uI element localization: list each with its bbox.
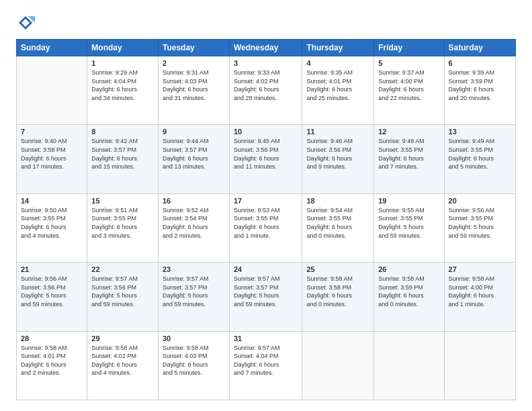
- day-cell: 29Sunrise: 9:58 AM Sunset: 4:02 PM Dayli…: [87, 331, 159, 400]
- week-row-2: 7Sunrise: 9:40 AM Sunset: 3:58 PM Daylig…: [17, 125, 516, 193]
- day-info: Sunrise: 9:58 AM Sunset: 3:59 PM Dayligh…: [378, 275, 439, 308]
- day-number: 3: [234, 59, 298, 67]
- day-number: 13: [449, 128, 511, 136]
- day-info: Sunrise: 9:55 AM Sunset: 3:55 PM Dayligh…: [378, 206, 439, 240]
- day-number: 19: [378, 197, 439, 205]
- day-number: 9: [163, 128, 225, 136]
- day-number: 28: [21, 334, 83, 342]
- day-number: 26: [378, 265, 439, 273]
- day-cell: 26Sunrise: 9:58 AM Sunset: 3:59 PM Dayli…: [374, 263, 444, 331]
- day-cell: [302, 331, 374, 400]
- day-cell: [374, 331, 444, 400]
- day-cell: 12Sunrise: 9:48 AM Sunset: 3:55 PM Dayli…: [374, 125, 444, 193]
- day-info: Sunrise: 9:45 AM Sunset: 3:56 PM Dayligh…: [234, 137, 298, 171]
- day-number: 1: [91, 59, 154, 67]
- weekday-header-monday: Monday: [87, 40, 159, 56]
- day-number: 7: [21, 128, 83, 136]
- day-info: Sunrise: 9:56 AM Sunset: 3:56 PM Dayligh…: [21, 275, 83, 308]
- day-info: Sunrise: 9:58 AM Sunset: 4:03 PM Dayligh…: [163, 344, 225, 377]
- week-row-3: 14Sunrise: 9:50 AM Sunset: 3:55 PM Dayli…: [17, 193, 516, 262]
- week-row-5: 28Sunrise: 9:58 AM Sunset: 4:01 PM Dayli…: [17, 331, 516, 400]
- day-number: 8: [91, 128, 154, 136]
- weekday-header-saturday: Saturday: [444, 40, 515, 56]
- day-cell: [444, 331, 515, 400]
- day-info: Sunrise: 9:58 AM Sunset: 4:02 PM Dayligh…: [91, 344, 154, 377]
- day-info: Sunrise: 9:39 AM Sunset: 3:59 PM Dayligh…: [449, 68, 511, 102]
- day-number: 24: [234, 265, 298, 273]
- day-info: Sunrise: 9:51 AM Sunset: 3:55 PM Dayligh…: [91, 206, 154, 240]
- logo: [16, 13, 38, 32]
- day-number: 10: [234, 128, 298, 136]
- day-cell: 22Sunrise: 9:57 AM Sunset: 3:56 PM Dayli…: [87, 263, 159, 331]
- day-cell: 16Sunrise: 9:52 AM Sunset: 3:54 PM Dayli…: [158, 193, 229, 262]
- day-info: Sunrise: 9:58 AM Sunset: 4:01 PM Dayligh…: [21, 344, 83, 377]
- day-info: Sunrise: 9:54 AM Sunset: 3:55 PM Dayligh…: [306, 206, 369, 240]
- day-info: Sunrise: 9:31 AM Sunset: 4:03 PM Dayligh…: [163, 68, 225, 102]
- day-info: Sunrise: 9:57 AM Sunset: 3:57 PM Dayligh…: [163, 275, 225, 308]
- day-info: Sunrise: 9:48 AM Sunset: 3:55 PM Dayligh…: [378, 137, 439, 171]
- day-cell: 4Sunrise: 9:35 AM Sunset: 4:01 PM Daylig…: [302, 56, 374, 125]
- day-info: Sunrise: 9:58 AM Sunset: 4:00 PM Dayligh…: [449, 275, 511, 308]
- weekday-header-thursday: Thursday: [302, 40, 374, 56]
- day-info: Sunrise: 9:29 AM Sunset: 4:04 PM Dayligh…: [91, 68, 154, 102]
- day-cell: 23Sunrise: 9:57 AM Sunset: 3:57 PM Dayli…: [158, 263, 229, 331]
- day-info: Sunrise: 9:58 AM Sunset: 3:58 PM Dayligh…: [306, 275, 369, 308]
- day-number: 23: [163, 265, 225, 273]
- day-info: Sunrise: 9:49 AM Sunset: 3:55 PM Dayligh…: [449, 137, 511, 171]
- day-number: 4: [306, 59, 369, 67]
- day-number: 30: [163, 334, 225, 342]
- day-number: 14: [21, 197, 83, 205]
- day-cell: 5Sunrise: 9:37 AM Sunset: 4:00 PM Daylig…: [374, 56, 444, 125]
- logo-icon: [16, 13, 35, 32]
- day-cell: 21Sunrise: 9:56 AM Sunset: 3:56 PM Dayli…: [17, 263, 87, 331]
- weekday-header-sunday: Sunday: [17, 40, 87, 56]
- day-cell: 9Sunrise: 9:44 AM Sunset: 3:57 PM Daylig…: [158, 125, 229, 193]
- day-cell: 19Sunrise: 9:55 AM Sunset: 3:55 PM Dayli…: [374, 193, 444, 262]
- day-info: Sunrise: 9:46 AM Sunset: 3:56 PM Dayligh…: [306, 137, 369, 171]
- day-number: 22: [91, 265, 154, 273]
- day-number: 2: [163, 59, 225, 67]
- week-row-1: 1Sunrise: 9:29 AM Sunset: 4:04 PM Daylig…: [17, 56, 516, 125]
- day-cell: 7Sunrise: 9:40 AM Sunset: 3:58 PM Daylig…: [17, 125, 87, 193]
- calendar: SundayMondayTuesdayWednesdayThursdayFrid…: [16, 39, 516, 400]
- weekday-header-wednesday: Wednesday: [229, 40, 302, 56]
- weekday-header-tuesday: Tuesday: [158, 40, 229, 56]
- day-cell: 28Sunrise: 9:58 AM Sunset: 4:01 PM Dayli…: [17, 331, 87, 400]
- day-number: 21: [21, 265, 83, 273]
- day-number: 15: [91, 197, 154, 205]
- day-info: Sunrise: 9:56 AM Sunset: 3:55 PM Dayligh…: [449, 206, 511, 240]
- day-info: Sunrise: 9:37 AM Sunset: 4:00 PM Dayligh…: [378, 68, 439, 102]
- day-number: 27: [449, 265, 511, 273]
- day-info: Sunrise: 9:52 AM Sunset: 3:54 PM Dayligh…: [163, 206, 225, 240]
- day-cell: 17Sunrise: 9:53 AM Sunset: 3:55 PM Dayli…: [229, 193, 302, 262]
- page: SundayMondayTuesdayWednesdayThursdayFrid…: [0, 0, 532, 411]
- day-cell: 15Sunrise: 9:51 AM Sunset: 3:55 PM Dayli…: [87, 193, 159, 262]
- day-cell: 10Sunrise: 9:45 AM Sunset: 3:56 PM Dayli…: [229, 125, 302, 193]
- day-cell: 1Sunrise: 9:29 AM Sunset: 4:04 PM Daylig…: [87, 56, 159, 125]
- day-cell: 24Sunrise: 9:57 AM Sunset: 3:57 PM Dayli…: [229, 263, 302, 331]
- day-info: Sunrise: 9:57 AM Sunset: 3:56 PM Dayligh…: [91, 275, 154, 308]
- day-cell: 31Sunrise: 9:57 AM Sunset: 4:04 PM Dayli…: [229, 331, 302, 400]
- day-info: Sunrise: 9:40 AM Sunset: 3:58 PM Dayligh…: [21, 137, 83, 171]
- day-info: Sunrise: 9:44 AM Sunset: 3:57 PM Dayligh…: [163, 137, 225, 171]
- day-number: 6: [449, 59, 511, 67]
- day-number: 20: [449, 197, 511, 205]
- header: [16, 13, 516, 32]
- day-info: Sunrise: 9:35 AM Sunset: 4:01 PM Dayligh…: [306, 68, 369, 102]
- day-number: 12: [378, 128, 439, 136]
- day-info: Sunrise: 9:53 AM Sunset: 3:55 PM Dayligh…: [234, 206, 298, 240]
- day-cell: 18Sunrise: 9:54 AM Sunset: 3:55 PM Dayli…: [302, 193, 374, 262]
- day-cell: 11Sunrise: 9:46 AM Sunset: 3:56 PM Dayli…: [302, 125, 374, 193]
- day-info: Sunrise: 9:42 AM Sunset: 3:57 PM Dayligh…: [91, 137, 154, 171]
- day-cell: 27Sunrise: 9:58 AM Sunset: 4:00 PM Dayli…: [444, 263, 515, 331]
- weekday-header-row: SundayMondayTuesdayWednesdayThursdayFrid…: [17, 40, 516, 56]
- day-number: 5: [378, 59, 439, 67]
- day-cell: 30Sunrise: 9:58 AM Sunset: 4:03 PM Dayli…: [158, 331, 229, 400]
- day-number: 29: [91, 334, 154, 342]
- day-number: 11: [306, 128, 369, 136]
- day-cell: 13Sunrise: 9:49 AM Sunset: 3:55 PM Dayli…: [444, 125, 515, 193]
- day-info: Sunrise: 9:33 AM Sunset: 4:02 PM Dayligh…: [234, 68, 298, 102]
- day-number: 16: [163, 197, 225, 205]
- day-cell: 6Sunrise: 9:39 AM Sunset: 3:59 PM Daylig…: [444, 56, 515, 125]
- day-cell: 2Sunrise: 9:31 AM Sunset: 4:03 PM Daylig…: [158, 56, 229, 125]
